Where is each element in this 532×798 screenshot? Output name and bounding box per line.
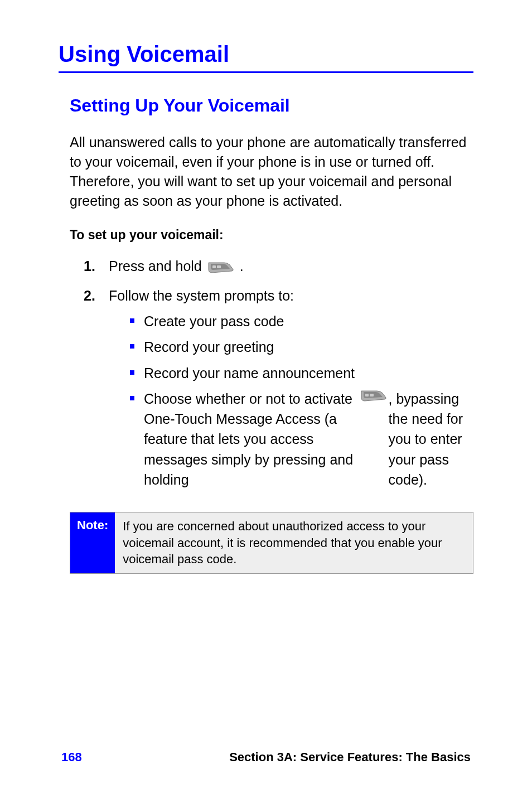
svg-rect-1	[217, 265, 221, 268]
steps-list: 1. Press and hold . 2. Follow the system…	[84, 257, 473, 495]
step-text-before: Press and hold	[109, 258, 206, 274]
bullet-text-after: , bypassing the need for you to enter yo…	[389, 389, 473, 490]
steps-heading: To set up your voicemail:	[70, 228, 473, 243]
voicemail-key-icon	[360, 389, 387, 402]
bullet-text-before: Choose whether or not to activate One-To…	[144, 389, 359, 490]
bullet-item: Record your name announcement	[130, 363, 473, 383]
step-number: 2.	[84, 286, 109, 306]
intro-paragraph: All unanswered calls to your phone are a…	[70, 133, 473, 211]
section-title: Using Voicemail	[59, 42, 473, 73]
step-text-after: .	[240, 258, 244, 274]
note-box: Note: If you are concerned about unautho…	[70, 512, 473, 574]
bullet-list: Create your pass code Record your greeti…	[130, 311, 473, 490]
note-content: If you are concerned about unauthorized …	[115, 512, 473, 573]
svg-rect-2	[365, 394, 369, 396]
step-content: Follow the system prompts to: Create you…	[109, 286, 473, 495]
step-text: Follow the system prompts to:	[109, 288, 294, 303]
subsection-title: Setting Up Your Voicemail	[70, 95, 473, 116]
bullet-item: Record your greeting	[130, 337, 473, 357]
step-1: 1. Press and hold .	[84, 257, 473, 276]
step-content: Press and hold .	[109, 257, 473, 276]
bullet-item: Create your pass code	[130, 311, 473, 331]
bullet-item: Choose whether or not to activate One-To…	[130, 389, 473, 490]
step-number: 1.	[84, 257, 109, 276]
voicemail-key-icon	[207, 260, 234, 274]
footer-title: Section 3A: Service Features: The Basics	[229, 750, 471, 765]
step-2: 2. Follow the system prompts to: Create …	[84, 286, 473, 495]
page-number: 168	[61, 750, 82, 765]
svg-rect-0	[212, 265, 216, 268]
svg-rect-3	[370, 394, 374, 396]
note-label: Note:	[70, 512, 115, 573]
page-footer: 168 Section 3A: Service Features: The Ba…	[0, 750, 532, 765]
